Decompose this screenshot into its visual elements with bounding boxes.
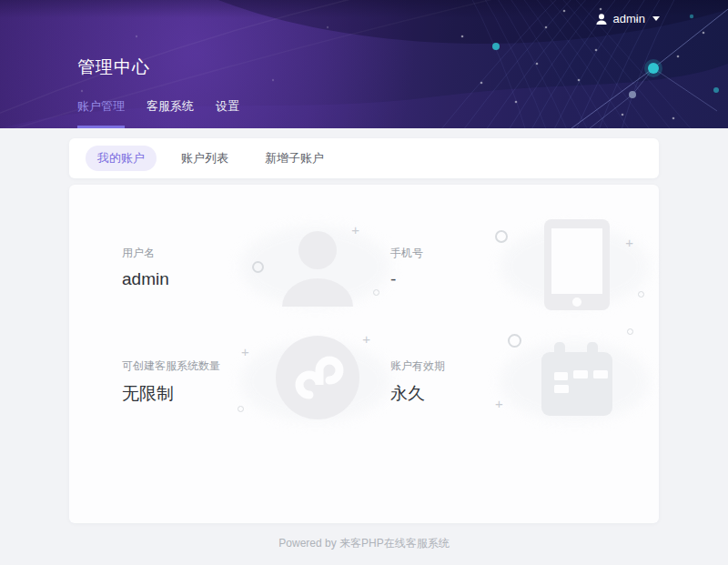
section-service-quota-text: 可创建客服系统数量 无限制	[122, 358, 220, 406]
main-tabs: 账户管理 客服系统 设置	[77, 98, 239, 128]
circle-decoration	[638, 291, 644, 298]
account-info-card: 用户名 admin + 手机号 -	[69, 185, 659, 523]
plus-decoration: +	[362, 332, 370, 346]
user-icon	[272, 217, 363, 312]
page-title: 管理中心	[77, 55, 150, 79]
hero-header: admin 管理中心 账户管理 客服系统 设置	[0, 0, 728, 128]
service-quota-illustration: + +	[254, 332, 381, 432]
circle-decoration	[238, 406, 244, 412]
section-validity: 账户有效期 永久 +	[381, 331, 641, 433]
service-quota-value: 无限制	[122, 382, 220, 406]
tab-settings[interactable]: 设置	[216, 98, 239, 128]
section-service-quota: 可创建客服系统数量 无限制 + +	[122, 331, 381, 433]
phone-value: -	[390, 269, 423, 289]
phone-icon	[541, 217, 612, 312]
circle-decoration	[252, 261, 264, 273]
powered-by-text: Powered by 来客PHP在线客服系统	[0, 536, 728, 551]
plus-decoration: +	[351, 223, 359, 237]
section-username-text: 用户名 admin	[122, 246, 169, 289]
subtabs-card: 我的账户 账户列表 新增子账户	[69, 138, 659, 178]
username-value: admin	[122, 269, 169, 289]
validity-value: 永久	[390, 382, 445, 406]
tab-service-system[interactable]: 客服系统	[147, 98, 194, 128]
validity-illustration: +	[513, 332, 641, 432]
username-label: 用户名	[122, 246, 169, 261]
circle-decoration	[627, 328, 633, 335]
tab-account-management[interactable]: 账户管理	[77, 98, 125, 128]
username-illustration: +	[254, 217, 381, 318]
circle-decoration	[373, 289, 379, 296]
chevron-down-icon	[652, 16, 660, 21]
user-menu[interactable]: admin	[595, 12, 660, 25]
user-name: admin	[613, 12, 645, 25]
phone-illustration: +	[513, 217, 641, 318]
plus-decoration: +	[625, 236, 633, 249]
content-area: 我的账户 账户列表 新增子账户 用户名 admin +	[0, 128, 728, 551]
subtab-add-subaccount[interactable]: 新增子账户	[253, 146, 336, 171]
service-quota-label: 可创建客服系统数量	[122, 358, 220, 374]
section-phone-text: 手机号 -	[390, 246, 423, 289]
plus-decoration: +	[495, 397, 503, 410]
plus-decoration: +	[241, 345, 249, 358]
section-validity-text: 账户有效期 永久	[390, 358, 445, 406]
service-system-icon	[272, 332, 363, 423]
validity-label: 账户有效期	[390, 358, 445, 374]
subtab-account-list[interactable]: 账户列表	[169, 146, 240, 171]
phone-label: 手机号	[390, 246, 423, 261]
circle-decoration	[495, 230, 508, 243]
circle-decoration	[508, 334, 521, 348]
account-info-grid: 用户名 admin + 手机号 -	[69, 185, 659, 433]
subtab-my-account[interactable]: 我的账户	[86, 146, 157, 171]
user-avatar-icon	[595, 13, 608, 25]
calendar-icon	[530, 332, 624, 427]
section-username: 用户名 admin +	[122, 217, 381, 318]
section-phone: 手机号 - +	[381, 217, 641, 318]
